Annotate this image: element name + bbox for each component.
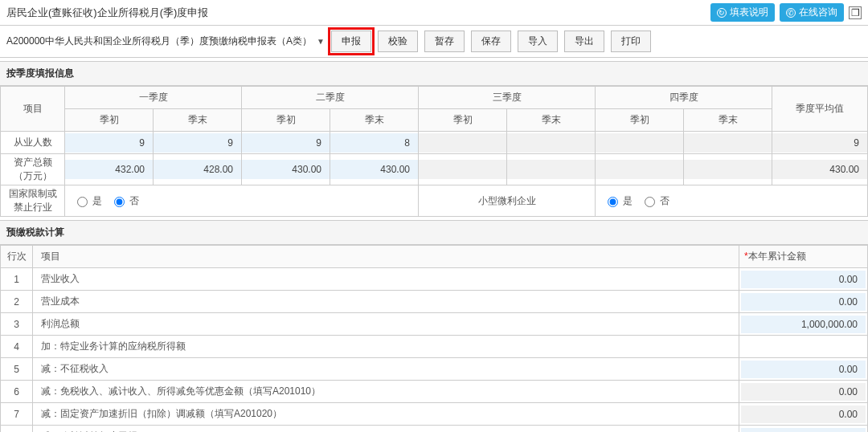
quarter-section-title: 按季度填报信息 — [0, 61, 868, 86]
tax-amt-input — [741, 383, 866, 401]
page-title: 居民企业(查账征收)企业所得税月(季)度申报 — [6, 6, 208, 20]
tax-table: 行次 项目 *本年累计金额 1营业收入2营业成本3利润总额4加：特定业务计算的应… — [0, 245, 868, 432]
consult-button[interactable]: ✆在线咨询 — [780, 3, 844, 22]
tax-row-item: 减：固定资产加速折旧（扣除）调减额（填写A201020） — [33, 403, 739, 426]
tax-row-num: 3 — [1, 313, 33, 336]
row-restrict-label: 国家限制或禁止行业 — [1, 185, 65, 217]
import-button[interactable]: 导入 — [518, 31, 558, 52]
stash-button[interactable]: 暂存 — [424, 31, 465, 52]
tax-row-amt-cell — [739, 313, 868, 336]
tax-row-amt-cell — [739, 358, 868, 381]
emp-q2e-input[interactable] — [330, 133, 418, 153]
tax-amt-input[interactable] — [741, 428, 866, 433]
tax-row-item: 营业成本 — [33, 291, 739, 313]
tax-row-num: 2 — [1, 291, 33, 313]
tax-row-item: 营业收入 — [33, 268, 739, 291]
print-button[interactable]: 打印 — [611, 31, 651, 52]
tax-row: 4加：特定业务计算的应纳税所得额 — [1, 336, 868, 358]
asset-q4s-cell — [596, 160, 683, 179]
tax-row-amt-cell — [739, 426, 868, 433]
tax-row-item: 利润总额 — [33, 313, 739, 336]
emp-avg — [772, 133, 867, 153]
small-no-radio[interactable] — [645, 197, 655, 207]
tax-row: 8减：弥补以前年度亏损 — [1, 426, 868, 433]
submit-button[interactable]: 申报 — [331, 31, 371, 52]
tax-amt-input[interactable] — [741, 293, 866, 311]
tax-amt-input[interactable] — [741, 361, 866, 378]
tax-row: 3利润总额 — [1, 313, 868, 336]
tax-row: 2营业成本 — [1, 291, 868, 313]
popout-icon[interactable]: ❐ — [849, 6, 862, 19]
tax-row-num: 8 — [1, 426, 33, 433]
tax-row-num: 6 — [1, 381, 33, 403]
help-button[interactable]: ↻填表说明 — [710, 3, 775, 22]
small-yes-radio[interactable] — [608, 197, 618, 207]
form-select-label: A200000中华人民共和国企业所得税月（季）度预缴纳税申报表（A类） — [6, 35, 312, 48]
tax-row-item: 减：免税收入、减计收入、所得减免等优惠金额（填写A201010） — [33, 381, 739, 403]
tax-row-item: 减：弥补以前年度亏损 — [33, 426, 739, 433]
th-q4: 四季度 — [596, 87, 772, 109]
emp-q4e-cell — [684, 133, 772, 153]
save-button[interactable]: 保存 — [471, 31, 511, 52]
tax-row-num: 5 — [1, 358, 33, 381]
row-emp-label: 从业人数 — [1, 132, 65, 154]
tax-row: 7减：固定资产加速折旧（扣除）调减额（填写A201020） — [1, 403, 868, 426]
tax-row-amt-cell — [739, 336, 868, 358]
tax-row-amt-cell — [739, 403, 868, 426]
tax-row: 5减：不征税收入 — [1, 358, 868, 381]
asset-q2e-input[interactable] — [330, 160, 418, 179]
row-small-label: 小型微利企业 — [419, 185, 596, 217]
tax-row-item: 减：不征税收入 — [33, 358, 739, 381]
export-button[interactable]: 导出 — [564, 31, 604, 52]
tax-row: 6减：免税收入、减计收入、所得减免等优惠金额（填写A201010） — [1, 381, 868, 403]
refresh-icon: ↻ — [717, 8, 727, 18]
asset-q1e-input[interactable] — [154, 160, 241, 179]
restrict-no-radio[interactable] — [114, 197, 125, 207]
emp-q2s-input[interactable] — [242, 133, 330, 153]
emp-q1e-input[interactable] — [154, 133, 241, 153]
emp-q4s-cell — [596, 133, 683, 153]
tax-row-item: 加：特定业务计算的应纳税所得额 — [33, 336, 739, 358]
asset-q1s-input[interactable] — [65, 160, 153, 179]
restrict-radio-group[interactable]: 是 否 — [65, 194, 418, 208]
th-q3: 三季度 — [419, 87, 596, 109]
tax-row-amt-cell — [739, 381, 868, 403]
quarter-table: 项目 一季度 二季度 三季度 四季度 季度平均值 季初季末 季初季末 季初季末 … — [0, 86, 868, 217]
th-q2: 二季度 — [242, 87, 419, 109]
tax-amt-input[interactable] — [741, 316, 866, 333]
tax-row-num: 7 — [1, 403, 33, 426]
emp-q1s-input[interactable] — [65, 133, 153, 153]
tax-amt-input — [741, 406, 866, 423]
asset-q2s-input[interactable] — [242, 160, 330, 179]
th-row: 行次 — [1, 246, 33, 268]
asset-q3s-cell — [419, 160, 506, 179]
form-select-dropdown[interactable]: A200000中华人民共和国企业所得税月（季）度预缴纳税申报表（A类） ▼ — [6, 35, 325, 48]
th-q1: 一季度 — [65, 87, 242, 109]
th-item: 项目 — [33, 246, 739, 268]
verify-button[interactable]: 校验 — [378, 31, 418, 52]
emp-q3s-cell — [419, 133, 506, 153]
headset-icon: ✆ — [786, 8, 796, 18]
emp-q3e-cell — [507, 133, 595, 153]
small-radio-group[interactable]: 是 否 — [596, 194, 867, 208]
asset-avg — [772, 160, 867, 179]
chevron-down-icon: ▼ — [317, 37, 325, 46]
tax-row-amt-cell — [739, 268, 868, 291]
asset-q3e-cell — [507, 160, 595, 179]
row-asset-label: 资产总额（万元） — [1, 154, 65, 185]
restrict-yes-radio[interactable] — [77, 197, 88, 207]
tax-section-title: 预缴税款计算 — [0, 220, 868, 245]
th-avg: 季度平均值 — [772, 87, 868, 132]
tax-row-num: 4 — [1, 336, 33, 358]
tax-row: 1营业收入 — [1, 268, 868, 291]
asset-q4e-cell — [684, 160, 772, 179]
tax-row-num: 1 — [1, 268, 33, 291]
tax-row-amt-cell — [739, 291, 868, 313]
th-project: 项目 — [1, 87, 65, 132]
tax-amt-input[interactable] — [741, 271, 866, 288]
th-amt: *本年累计金额 — [739, 246, 868, 268]
